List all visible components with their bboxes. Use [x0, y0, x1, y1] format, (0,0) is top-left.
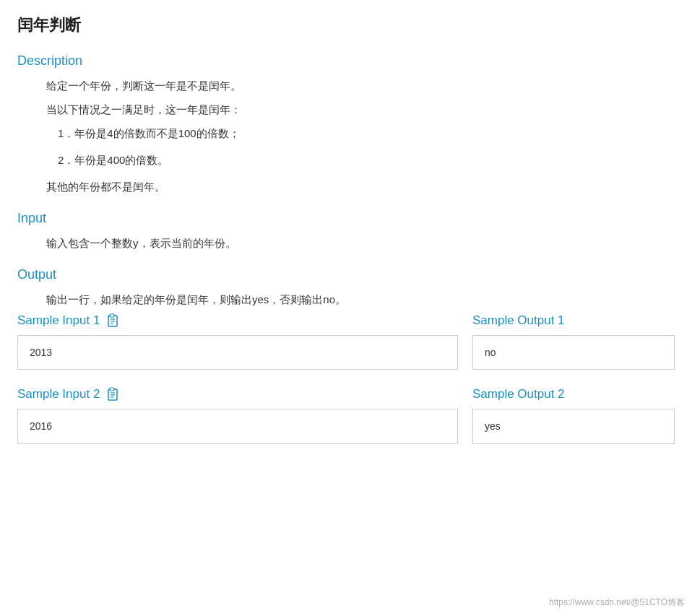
sample-input-section-2: Sample Input 2 2016 — [17, 387, 458, 443]
svg-rect-6 — [110, 388, 114, 391]
input-section: Input 输入包含一个整数y，表示当前的年份。 — [17, 211, 675, 253]
clipboard-icon-1[interactable] — [105, 313, 118, 328]
sample-output-label-2: Sample Output 2 — [472, 387, 675, 402]
description-title: Description — [17, 53, 675, 69]
sample-input-box-2: 2016 — [17, 409, 458, 443]
description-list: 1．年份是4的倍数而不是100的倍数； 2．年份是400的倍数。 — [58, 123, 675, 170]
sample-input-box-1: 2013 — [17, 335, 458, 370]
input-title: Input — [17, 211, 675, 226]
svg-rect-1 — [110, 314, 114, 317]
sample-output-box-2: yes — [472, 409, 675, 443]
sample-input-section-1: Sample Input 1 2013 — [17, 313, 458, 370]
description-para1: 给定一个年份，判断这一年是不是闰年。 — [46, 76, 675, 95]
page-title: 闰年判断 — [17, 14, 675, 36]
sample-row-2: Sample Input 2 2016 Sample Output 2 yes — [17, 387, 675, 443]
input-content: 输入包含一个整数y，表示当前的年份。 — [46, 233, 675, 253]
output-title: Output — [17, 267, 675, 282]
sample-input-label-1: Sample Input 1 — [17, 313, 458, 328]
clipboard-icon-2[interactable] — [105, 387, 118, 402]
output-section: Output 输出一行，如果给定的年份是闰年，则输出yes，否则输出no。 — [17, 267, 675, 309]
description-para2: 当以下情况之一满足时，这一年是闰年： — [46, 100, 675, 119]
sample-row-1: Sample Input 1 2013 Sample Output 1 no — [17, 313, 675, 370]
sample-input-label-2: Sample Input 2 — [17, 387, 458, 402]
description-para3: 其他的年份都不是闰年。 — [46, 177, 675, 196]
sample-output-box-1: no — [472, 335, 675, 370]
sample-output-section-2: Sample Output 2 yes — [472, 387, 675, 443]
sample-output-label-1: Sample Output 1 — [472, 313, 675, 328]
sample-output-section-1: Sample Output 1 no — [472, 313, 675, 370]
list-item-1: 1．年份是4的倍数而不是100的倍数； — [58, 123, 675, 143]
list-item-2: 2．年份是400的倍数。 — [58, 150, 675, 170]
description-section: Description 给定一个年份，判断这一年是不是闰年。 当以下情况之一满足… — [17, 53, 675, 196]
output-content: 输出一行，如果给定的年份是闰年，则输出yes，否则输出no。 — [46, 290, 675, 309]
